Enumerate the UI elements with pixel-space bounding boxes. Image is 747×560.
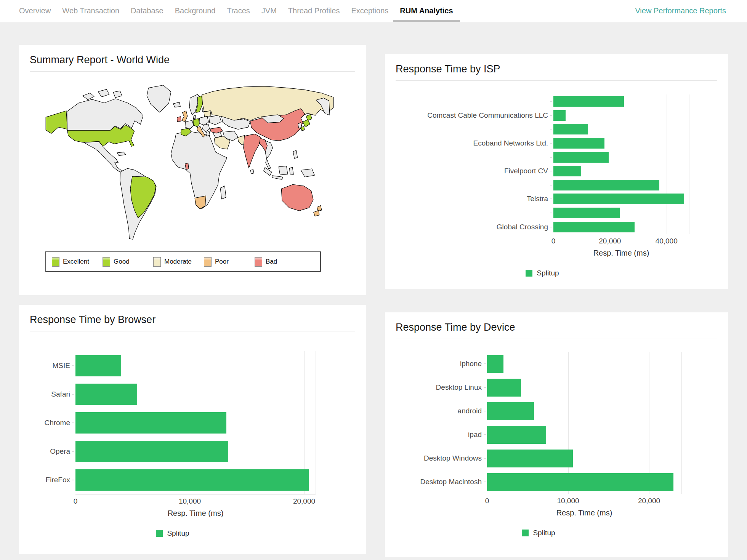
map-country-new-zealand[interactable] (317, 205, 322, 211)
chart-row: Ecoband Networks Ltd. (396, 136, 728, 150)
bar-desktop-macintosh[interactable] (487, 473, 673, 491)
map-country-japan[interactable] (303, 120, 310, 127)
map-legend-swatch (153, 257, 161, 267)
series-legend[interactable]: Splitup (30, 529, 316, 538)
nav-tab-background[interactable]: Background (175, 0, 216, 22)
x-tick-label: 0 (74, 497, 78, 506)
divider (396, 339, 717, 339)
map-legend-swatch (103, 257, 110, 267)
x-tick-label: 20,000 (293, 497, 315, 506)
bar-series-4[interactable] (553, 152, 609, 163)
category-label: Fivelpoort CV (396, 167, 553, 175)
map-legend-swatch (204, 257, 212, 267)
nav-tab-traces[interactable]: Traces (227, 0, 250, 22)
map-legend-item-excellent: Excellent (52, 257, 103, 267)
nav-tab-overview[interactable]: Overview (19, 0, 51, 22)
bar-track (553, 96, 689, 107)
x-axis: 020,00040,000 (553, 234, 689, 247)
view-performance-reports-link[interactable]: View Performance Reports (635, 6, 726, 15)
bar-track (487, 402, 681, 420)
isp-chart: Comcast Cable Communications LLCEcoband … (385, 94, 728, 277)
map-legend-item-bad: Bad (255, 257, 305, 267)
map-country-australia[interactable] (281, 184, 313, 211)
category-label: Safari (30, 390, 75, 398)
map-legend-item-good: Good (103, 257, 153, 267)
isp-chart-title: Response Time by ISP (396, 54, 717, 80)
nav-tab-jvm[interactable]: JVM (261, 0, 277, 22)
bar-safari[interactable] (75, 384, 137, 405)
bar-comcast-cable-communications-llc[interactable] (553, 110, 566, 121)
nav-tab-database[interactable]: Database (131, 0, 164, 22)
map-land-greece (206, 131, 210, 136)
chart-row: Comcast Cable Communications LLC (396, 109, 728, 123)
map-country-japan[interactable] (301, 126, 305, 131)
category-label: Comcast Cable Communications LLC (396, 111, 553, 120)
map-country-russia[interactable] (202, 86, 333, 120)
bar-track (487, 355, 681, 373)
x-tick-label: 10,000 (179, 497, 201, 506)
bar-track (553, 208, 689, 218)
map-country-new-zealand[interactable] (314, 211, 319, 216)
bar-iphone[interactable] (487, 355, 503, 373)
bar-global-crossing[interactable] (553, 222, 635, 232)
map-country-uk[interactable] (182, 111, 188, 122)
nav-tab-rum-analytics[interactable]: RUM Analytics (400, 0, 453, 22)
chart-row: Telstra (396, 192, 728, 206)
divider (396, 80, 717, 81)
map-country-india[interactable] (244, 134, 261, 168)
bar-series-8[interactable] (553, 208, 620, 218)
bar-firefox[interactable] (75, 469, 309, 491)
map-legend-label: Poor (215, 258, 229, 266)
bar-series-0[interactable] (553, 96, 624, 107)
map-country-alaska[interactable] (46, 111, 67, 134)
x-tick-label: 40,000 (656, 237, 678, 245)
bar-track (487, 450, 681, 467)
legend-label: Splitup (537, 269, 559, 277)
bar-track (75, 412, 316, 434)
category-label: MSIE (30, 362, 75, 370)
map-country-turkey[interactable] (210, 127, 223, 133)
chart-row: Desktop Windows (396, 446, 728, 470)
map-country-japan[interactable] (306, 114, 312, 120)
bar-msie[interactable] (75, 355, 121, 376)
nav-tab-web-transaction[interactable]: Web Transaction (62, 0, 119, 22)
category-label: ipad (396, 430, 487, 439)
map-land-arctic-island (98, 90, 109, 97)
bar-opera[interactable] (75, 441, 228, 462)
browser-chart: MSIESafariChromeOperaFireFox 010,00020,0… (19, 351, 366, 538)
x-axis-title: Resp. Time (ms) (487, 509, 681, 517)
bar-series-2[interactable] (553, 124, 588, 134)
map-country-germany[interactable] (193, 118, 200, 127)
chart-row (396, 94, 728, 109)
response-time-by-isp-panel: Response Time by ISP Comcast Cable Commu… (385, 54, 728, 289)
bar-series-6[interactable] (553, 180, 659, 190)
bar-ecoband-networks-ltd-[interactable] (553, 138, 604, 149)
map-country-ireland[interactable] (177, 117, 181, 122)
nav-tab-exceptions[interactable]: Exceptions (351, 0, 388, 22)
chart-row: Desktop Linux (396, 376, 728, 399)
map-legend-label: Bad (266, 258, 277, 266)
response-time-by-device-panel: Response Time by Device iphoneDesktop Li… (385, 312, 728, 557)
category-label: FireFox (30, 476, 75, 484)
category-label: Desktop Linux (396, 383, 487, 392)
map-land-borneo (279, 166, 288, 175)
chart-row: Safari (30, 380, 366, 408)
series-legend[interactable]: Splitup (396, 529, 681, 537)
bar-android[interactable] (487, 402, 534, 420)
bar-chrome[interactable] (75, 412, 226, 434)
bar-fivelpoort-cv[interactable] (553, 166, 581, 176)
chart-row: iphone (396, 352, 728, 376)
bar-track (553, 124, 689, 134)
world-map (19, 72, 366, 246)
map-country-belarus[interactable] (204, 111, 211, 117)
bar-desktop-windows[interactable] (487, 450, 573, 467)
bar-desktop-linux[interactable] (487, 379, 521, 397)
series-legend[interactable]: Splitup (396, 269, 689, 277)
bar-ipad[interactable] (487, 426, 546, 444)
bar-track (553, 194, 689, 204)
nav-tab-thread-profiles[interactable]: Thread Profiles (288, 0, 340, 22)
bar-track (553, 222, 689, 232)
x-tick-label: 0 (485, 497, 489, 505)
bar-telstra[interactable] (553, 194, 684, 204)
map-legend-swatch (255, 257, 262, 267)
